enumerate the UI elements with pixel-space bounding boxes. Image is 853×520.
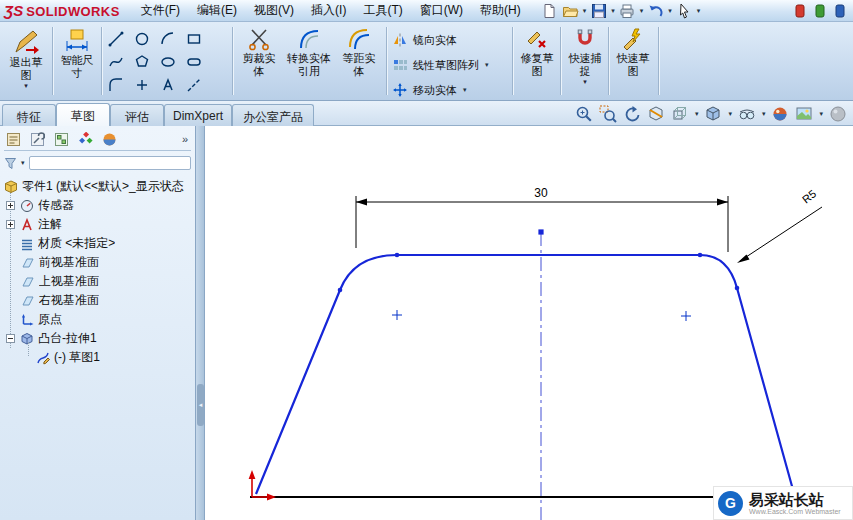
point-tool-icon[interactable] (132, 75, 152, 95)
chevron-down-icon[interactable]: ▾ (762, 110, 766, 118)
tab-sketch[interactable]: 草图 (56, 103, 110, 127)
menu-file[interactable]: 文件(F) (133, 0, 188, 22)
chevron-down-icon[interactable]: ▾ (21, 159, 25, 167)
taskpane-library-icon[interactable] (810, 1, 829, 20)
tree-item-right-plane[interactable]: 右视基准面 (0, 291, 195, 310)
section-view-icon[interactable] (646, 104, 666, 124)
menu-tools[interactable]: 工具(T) (355, 0, 410, 22)
chevron-down-icon[interactable]: ▾ (728, 110, 732, 118)
propertymanager-tab-icon[interactable] (28, 130, 47, 148)
tab-office-products[interactable]: 办公室产品 (232, 104, 314, 127)
fillet-tool-icon[interactable] (106, 75, 126, 95)
tree-item-material[interactable]: 材质 <未指定> (0, 234, 195, 253)
select-icon[interactable] (675, 1, 694, 20)
menu-view[interactable]: 视图(V) (246, 0, 302, 22)
line-tool-icon[interactable] (106, 29, 126, 49)
taskpane-explorer-icon[interactable] (830, 1, 849, 20)
radius-leader[interactable] (737, 207, 822, 263)
chevron-down-icon[interactable]: ▾ (463, 86, 467, 94)
chevron-down-icon[interactable]: ▾ (583, 7, 587, 15)
slot-tool-icon[interactable] (184, 52, 204, 72)
chevron-down-icon[interactable]: ▾ (668, 7, 672, 15)
displaymanager-tab-icon[interactable] (100, 130, 119, 148)
panel-overflow-chevron-icon[interactable]: » (179, 133, 191, 145)
tree-item-front-plane[interactable]: 前视基准面 (0, 253, 195, 272)
spline-tool-icon[interactable] (106, 52, 126, 72)
tab-evaluate[interactable]: 评估 (110, 104, 164, 127)
exit-sketch-button[interactable]: 退出草图 ▾ (3, 24, 49, 99)
tree-filter-field[interactable] (29, 156, 191, 170)
chevron-down-icon[interactable]: ▾ (640, 7, 644, 15)
sketch-point[interactable] (338, 288, 343, 293)
circle-tool-icon[interactable] (132, 29, 152, 49)
featuremanager-tab-icon[interactable] (4, 130, 23, 148)
expand-plus-icon[interactable] (6, 201, 15, 210)
tab-dimxpert[interactable]: DimXpert (164, 104, 232, 127)
zoom-area-icon[interactable] (598, 104, 618, 124)
smart-dimension-button[interactable]: 智能尺寸 (55, 24, 99, 99)
mirror-entities-button[interactable]: 镜向实体 (392, 29, 512, 51)
rectangle-tool-icon[interactable] (184, 29, 204, 49)
linear-pattern-button[interactable]: 线性草图阵列 ▾ (392, 54, 512, 76)
sketch-point[interactable] (698, 253, 703, 258)
chevron-down-icon[interactable]: ▾ (564, 78, 606, 86)
hide-show-items-icon[interactable] (737, 104, 757, 124)
polygon-tool-icon[interactable] (132, 52, 152, 72)
sketch-point[interactable] (395, 253, 400, 258)
ellipse-tool-icon[interactable] (158, 52, 178, 72)
menu-edit[interactable]: 编辑(E) (189, 0, 245, 22)
text-tool-icon[interactable] (158, 75, 178, 95)
view-orientation-icon[interactable] (670, 104, 690, 124)
arc-center-mark[interactable] (681, 311, 691, 321)
apply-scene-icon[interactable] (794, 104, 814, 124)
menu-insert[interactable]: 插入(I) (303, 0, 354, 22)
repair-sketch-button[interactable]: 修复草图 (516, 24, 558, 99)
tree-root-part[interactable]: 零件1 (默认<<默认>_显示状态 (0, 177, 195, 196)
tree-item-sensors[interactable]: 传感器 (0, 196, 195, 215)
taskpane-resources-icon[interactable] (790, 1, 809, 20)
dimension-30[interactable] (356, 196, 728, 252)
radius-value[interactable]: R5 (800, 187, 818, 205)
dimxpertmanager-tab-icon[interactable] (76, 130, 95, 148)
dimension-value[interactable]: 30 (534, 186, 548, 200)
arc-center-mark[interactable] (392, 310, 402, 320)
convert-entities-button[interactable]: 转换实体引用 (285, 24, 333, 99)
menu-window[interactable]: 窗口(W) (412, 0, 471, 22)
sketch-point[interactable] (538, 229, 543, 234)
collapse-minus-icon[interactable] (6, 334, 15, 343)
expand-plus-icon[interactable] (6, 220, 15, 229)
construction-line-tool-icon[interactable] (184, 75, 204, 95)
chevron-down-icon[interactable]: ▾ (485, 61, 489, 69)
print-icon[interactable] (618, 1, 637, 20)
tree-item-boss-extrude[interactable]: 凸台-拉伸1 (0, 329, 195, 348)
chevron-down-icon[interactable]: ▾ (695, 110, 699, 118)
panel-splitter[interactable]: ◂ (196, 126, 205, 520)
arc-tool-icon[interactable] (158, 29, 178, 49)
splitter-grip[interactable]: ◂ (197, 384, 204, 426)
chevron-down-icon[interactable]: ▾ (697, 7, 701, 15)
chevron-down-icon[interactable]: ▾ (611, 7, 615, 15)
tree-item-annotations[interactable]: 注解 (0, 215, 195, 234)
sketch-point[interactable] (735, 286, 740, 291)
quick-sketch-button[interactable]: 快速草图 (612, 24, 654, 99)
display-style-icon[interactable] (703, 104, 723, 124)
chevron-down-icon[interactable]: ▾ (3, 82, 49, 90)
origin-marker[interactable] (249, 470, 276, 500)
previous-view-icon[interactable] (622, 104, 642, 124)
trim-entities-button[interactable]: 剪裁实体 (237, 24, 281, 99)
chevron-down-icon[interactable]: ▾ (819, 110, 823, 118)
configurationmanager-tab-icon[interactable] (52, 130, 71, 148)
quick-snaps-button[interactable]: 快速捕捉 ▾ (564, 24, 606, 99)
offset-entities-button[interactable]: 等距实体 (337, 24, 381, 99)
sketch-profile[interactable] (256, 255, 795, 497)
move-entities-button[interactable]: 移动实体 ▾ (392, 79, 512, 101)
undo-icon[interactable] (646, 1, 665, 20)
tree-item-sketch1[interactable]: (-) 草图1 (0, 348, 195, 367)
edit-appearance-icon[interactable] (770, 104, 790, 124)
open-icon[interactable] (561, 1, 580, 20)
tab-features[interactable]: 特征 (2, 104, 56, 127)
tree-item-origin[interactable]: 原点 (0, 310, 195, 329)
zoom-fit-icon[interactable] (574, 104, 594, 124)
new-document-icon[interactable] (540, 1, 559, 20)
tree-item-top-plane[interactable]: 上视基准面 (0, 272, 195, 291)
